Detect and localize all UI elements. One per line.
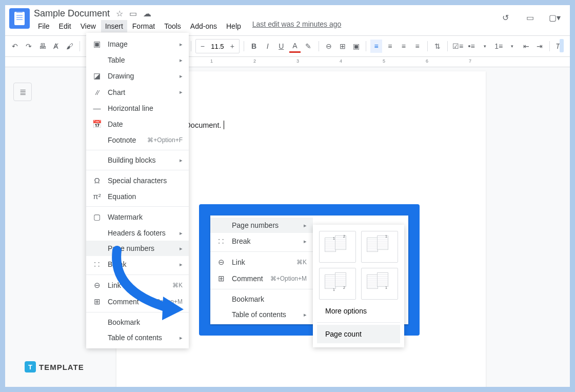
menu-separator xyxy=(86,170,189,170)
menu-item-date[interactable]: 📅Date xyxy=(86,116,189,132)
numbered-list-icon[interactable]: 1≡ xyxy=(493,40,505,53)
menu-item-label: Drawing xyxy=(108,72,173,80)
watermark-text: TEMPLATE xyxy=(39,363,84,371)
menu-item-table-of-contents[interactable]: Table of contents▸ xyxy=(210,307,313,322)
menu-tools[interactable]: Tools xyxy=(160,20,185,32)
text-color-icon[interactable]: A xyxy=(289,40,301,53)
paint-format-icon[interactable]: 🖌 xyxy=(64,40,75,53)
menu-item-table-of-contents[interactable]: Table of contents▸ xyxy=(86,330,189,345)
menu-item-link[interactable]: ⊖Link⌘K xyxy=(210,254,313,270)
history-icon[interactable]: ↺ xyxy=(498,10,512,25)
undo-icon[interactable]: ↶ xyxy=(9,40,21,53)
move-icon[interactable]: ▭ xyxy=(129,9,137,18)
page-count-item[interactable]: Page count xyxy=(317,325,400,343)
chevron-right-icon: ▸ xyxy=(304,238,307,245)
add-comment-icon[interactable]: ⊞ xyxy=(336,40,348,53)
menu-add-ons[interactable]: Add-ons xyxy=(186,20,221,32)
header-right: ↺ ▭ ▢▾ xyxy=(498,10,562,25)
callout-inner: Page numbers▸⸬Break▸⊖Link⌘K⊞Comment⌘+Opt… xyxy=(210,215,408,324)
menu-view[interactable]: View xyxy=(76,20,100,32)
menu-item-watermark[interactable]: ▢Watermark xyxy=(86,209,189,225)
menu-item-page-numbers[interactable]: Page numbers▸ xyxy=(210,218,313,233)
menu-shortcut: ⌘+Option+F xyxy=(147,136,183,144)
pn-option-bottom-right-all[interactable]: 12 xyxy=(319,268,356,300)
bullet-list-icon[interactable]: •≡ xyxy=(466,40,478,53)
menu-item-icon: ⊞ xyxy=(92,297,102,306)
font-size-minus[interactable]: − xyxy=(196,40,209,53)
font-size-input[interactable] xyxy=(209,43,226,50)
menu-separator xyxy=(86,150,189,150)
menu-item-label: Horizontal line xyxy=(108,104,183,112)
edit-info[interactable]: Last edit was 2 minutes ago xyxy=(252,20,342,32)
menu-item-headers-footers[interactable]: Headers & footers▸ xyxy=(86,225,189,241)
menu-item-break[interactable]: ⸬Break▸ xyxy=(210,233,313,249)
redo-icon[interactable]: ↷ xyxy=(23,40,35,53)
image-insert-icon[interactable]: ▣ xyxy=(350,40,362,53)
align-right-icon[interactable]: ≡ xyxy=(398,40,410,53)
docs-logo[interactable] xyxy=(9,8,30,29)
menu-item-chart[interactable]: ⫽Chart▸ xyxy=(86,84,189,100)
highlight-icon[interactable]: ✎ xyxy=(303,40,314,53)
align-justify-icon[interactable]: ≡ xyxy=(411,40,423,53)
menu-item-image[interactable]: ▣Image▸ xyxy=(86,36,189,52)
menu-item-footnote[interactable]: Footnote⌘+Option+F xyxy=(86,132,189,148)
checklist-icon[interactable]: ☑≡ xyxy=(452,40,464,53)
menu-item-building-blocks[interactable]: Building blocks▸ xyxy=(86,152,189,168)
tutorial-arrow-icon xyxy=(107,245,189,322)
chevron-down-icon[interactable]: ▾ xyxy=(507,40,519,53)
menu-item-label: Headers & footers xyxy=(108,229,173,237)
more-options-item[interactable]: More options xyxy=(317,302,400,320)
menu-item-label: Table xyxy=(108,56,173,64)
menu-item-label: Comment xyxy=(232,275,264,283)
menu-item-icon: — xyxy=(92,104,102,112)
menu-item-equation[interactable]: π²Equation xyxy=(86,188,189,204)
underline-icon[interactable]: U xyxy=(275,40,287,53)
pn-option-bottom-right-skip-first[interactable]: 1 xyxy=(361,268,398,300)
menu-item-table[interactable]: Table▸ xyxy=(86,52,189,68)
line-spacing-icon[interactable]: ⇅ xyxy=(432,40,444,53)
menu-file[interactable]: File xyxy=(34,20,54,32)
indent-increase-icon[interactable]: ⇥ xyxy=(534,40,546,53)
menu-item-label: Chart xyxy=(108,88,173,96)
menu-item-label: Watermark xyxy=(108,213,183,221)
menu-item-bookmark[interactable]: Bookmark xyxy=(210,291,313,307)
title-block: Sample Document ☆ ▭ ☁ FileEditViewInsert… xyxy=(34,8,341,32)
watermark-icon: T xyxy=(25,361,36,373)
menu-item-horizontal-line[interactable]: —Horizontal line xyxy=(86,100,189,116)
font-size-plus[interactable]: + xyxy=(226,40,239,53)
pn-option-top-right-all[interactable]: 12 xyxy=(319,231,356,263)
star-icon[interactable]: ☆ xyxy=(116,9,123,18)
pn-option-top-right-skip-first[interactable]: 1 xyxy=(361,231,398,263)
link-icon[interactable]: ⊖ xyxy=(323,40,335,53)
chevron-right-icon: ▸ xyxy=(180,230,183,237)
chevron-down-icon[interactable]: ▾ xyxy=(479,40,491,53)
menu-item-drawing[interactable]: ◪Drawing▸ xyxy=(86,68,189,84)
doc-title[interactable]: Sample Document xyxy=(34,8,110,19)
menu-shortcut: ⌘K xyxy=(296,259,307,266)
indent-decrease-icon[interactable]: ⇤ xyxy=(520,40,532,53)
callout-menu: Page numbers▸⸬Break▸⊖Link⌘K⊞Comment⌘+Opt… xyxy=(210,215,313,324)
ruler-tick: 6 xyxy=(426,58,428,64)
ruler-tick: 3 xyxy=(296,58,299,64)
menu-item-comment[interactable]: ⊞Comment⌘+Option+M xyxy=(210,270,313,287)
text-cursor xyxy=(221,121,224,129)
outline-icon[interactable]: ≣ xyxy=(13,83,32,101)
menu-item-icon: 📅 xyxy=(92,120,102,129)
present-icon[interactable]: ▢▾ xyxy=(547,10,562,25)
menu-insert[interactable]: Insert xyxy=(101,20,127,32)
italic-icon[interactable]: I xyxy=(262,40,273,53)
chevron-right-icon: ▸ xyxy=(180,335,183,341)
cloud-icon[interactable]: ☁ xyxy=(143,9,151,18)
header-area: Sample Document ☆ ▭ ☁ FileEditViewInsert… xyxy=(5,5,570,35)
align-left-icon[interactable]: ≡ xyxy=(370,40,382,53)
bold-icon[interactable]: B xyxy=(248,40,260,53)
spellcheck-icon[interactable]: Ⱥ xyxy=(50,40,62,53)
print-icon[interactable]: 🖶 xyxy=(36,40,48,53)
menu-help[interactable]: Help xyxy=(222,20,245,32)
menu-item-special-characters[interactable]: ΩSpecial characters xyxy=(86,172,189,188)
comment-icon[interactable]: ▭ xyxy=(523,10,537,25)
menu-item-label: Page numbers xyxy=(232,221,298,229)
menu-edit[interactable]: Edit xyxy=(55,20,75,32)
align-center-icon[interactable]: ≡ xyxy=(384,40,396,53)
menu-format[interactable]: Format xyxy=(128,20,159,32)
